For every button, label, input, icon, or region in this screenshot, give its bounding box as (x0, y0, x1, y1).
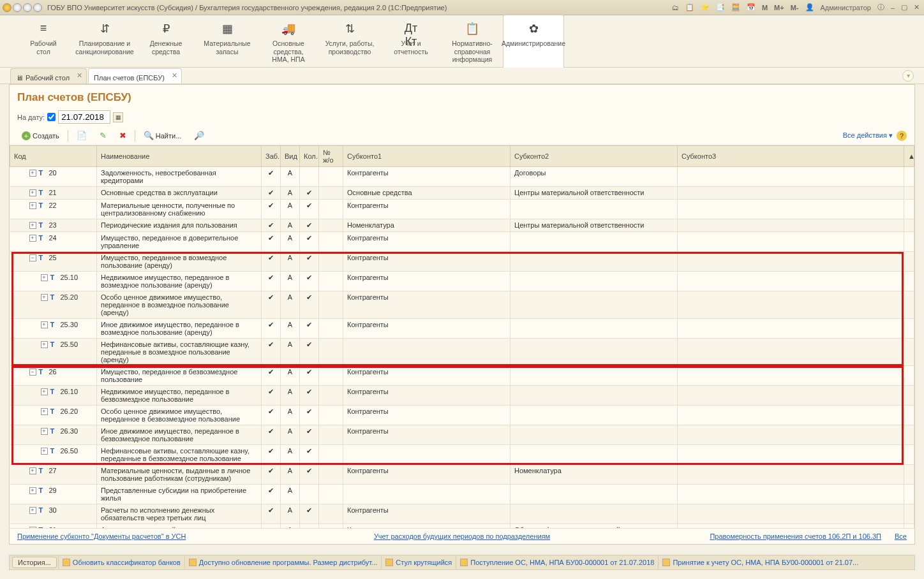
expand-icon[interactable]: + (29, 170, 36, 177)
footer-link-all[interactable]: Все (895, 532, 907, 540)
dropdown-icon[interactable]: ▾ (902, 70, 914, 82)
table-row[interactable]: + Т 25.20Особо ценное движимое имущество… (10, 291, 914, 319)
table-row[interactable]: + Т 26.20Особо ценное движимое имущество… (10, 406, 914, 425)
expand-icon[interactable]: + (41, 448, 48, 455)
section-tab[interactable]: ДтКтУчет иотчетность (380, 15, 442, 67)
col-s3[interactable]: Субконто3 (678, 146, 904, 167)
info-icon[interactable]: ⓘ (876, 3, 886, 12)
expand-icon[interactable]: + (41, 388, 48, 395)
calc-icon[interactable]: 🧮 (729, 3, 742, 11)
section-tab[interactable]: ≡Рабочийстол (13, 15, 74, 67)
statusbar-item[interactable]: Стул крутящийся (381, 556, 456, 569)
all-actions-link[interactable]: Все действия ▾ (843, 131, 893, 140)
copy-button[interactable]: 📄 (72, 129, 91, 142)
expand-icon[interactable]: − (29, 254, 36, 261)
table-row[interactable]: + Т 26.50Нефинансовые активы, составляющ… (10, 445, 914, 465)
table-row[interactable]: + Т 25.50Нефинансовые активы, составляющ… (10, 339, 914, 366)
section-tab[interactable]: ₽Денежныесредства (135, 15, 197, 67)
doc-tab[interactable]: План счетов (ЕПСБУ)✕ (88, 68, 182, 84)
table-row[interactable]: + Т 22Материальные ценности, полученные … (10, 200, 914, 219)
table-row[interactable]: + Т 27Материальные ценности, выданные в … (10, 465, 914, 485)
expand-icon[interactable]: + (29, 487, 36, 494)
favorite-icon[interactable]: ⭐ (699, 3, 712, 11)
tool-icon[interactable]: 📑 (714, 3, 727, 11)
history-button[interactable]: История... (12, 557, 57, 568)
section-tab[interactable]: ✿Администрирование (503, 14, 564, 68)
maximize-icon[interactable]: ▢ (899, 3, 909, 11)
section-label: Рабочийстол (30, 40, 56, 55)
section-tab[interactable]: 📋Нормативно-справочнаяинформация (442, 15, 503, 67)
create-button[interactable]: +Создать (17, 129, 64, 142)
table-row[interactable]: + Т 26.10Недвижимое имущество, переданно… (10, 386, 914, 406)
filter-checkbox[interactable] (47, 113, 56, 121)
col-s1[interactable]: Субконто1 (343, 146, 510, 167)
section-tab[interactable]: ▦Материальныезапасы (197, 15, 258, 67)
table-row[interactable]: − Т 25Имущество, переданное в возмездное… (10, 252, 914, 272)
expand-icon[interactable]: + (41, 321, 48, 328)
section-tab[interactable]: ⇅Услуги, работы,производство (319, 15, 380, 67)
tool-icon[interactable]: 🗂 (670, 4, 681, 11)
expand-icon[interactable]: + (29, 189, 36, 196)
col-zab[interactable]: Заб. (262, 146, 281, 167)
expand-icon[interactable]: + (29, 467, 36, 474)
table-row[interactable]: + Т 25.10Недвижимое имущество, переданно… (10, 272, 914, 291)
calendar-icon[interactable]: ▦ (113, 112, 123, 122)
footer-link-2[interactable]: Учет расходов будущих периодов по подраз… (374, 532, 550, 540)
grid[interactable]: Код Наименование Заб. Вид Кол. № ж/о Суб… (10, 145, 914, 528)
date-input[interactable] (58, 110, 110, 124)
window-btn[interactable] (33, 3, 42, 12)
expand-icon[interactable]: + (41, 408, 48, 415)
table-row[interactable]: + Т 26.30Иное движимое имущество, переда… (10, 425, 914, 445)
col-name[interactable]: Наименование (97, 146, 262, 167)
expand-icon[interactable]: + (41, 294, 48, 301)
find-button[interactable]: 🔍Найти... (139, 129, 186, 142)
footer-link-3[interactable]: Правомерность применения счетов 106.2П и… (710, 532, 881, 540)
col-kol[interactable]: Кол. (300, 146, 319, 167)
window-btn[interactable] (23, 3, 32, 12)
expand-icon[interactable]: + (29, 222, 36, 229)
delete-button[interactable]: ✖ (115, 129, 131, 142)
window-btn[interactable] (13, 3, 22, 12)
table-row[interactable]: + Т 21Основные средства в эксплуатации✔А… (10, 187, 914, 200)
expand-icon[interactable]: + (41, 341, 48, 348)
section-tab[interactable]: ⇵Планирование исанкционирование (74, 15, 135, 67)
expand-icon[interactable]: + (29, 202, 36, 209)
close-icon[interactable]: ✕ (912, 3, 921, 11)
col-code[interactable]: Код (10, 146, 97, 167)
s1-cell: Контрагенты (343, 232, 510, 252)
col-jo[interactable]: № ж/о (319, 146, 343, 167)
clear-find-button[interactable]: 🔎 (190, 129, 209, 142)
expand-icon[interactable]: + (29, 507, 36, 514)
expand-icon[interactable]: + (41, 428, 48, 435)
expand-icon[interactable]: + (41, 274, 48, 281)
help-icon[interactable]: ? (897, 131, 907, 141)
col-vid[interactable]: Вид (281, 146, 300, 167)
table-row[interactable]: − Т 26Имущество, переданное в безвозмезд… (10, 366, 914, 386)
expand-icon[interactable]: − (29, 369, 36, 376)
table-row[interactable]: + Т 29Представленные субсидии на приобре… (10, 485, 914, 504)
expand-icon[interactable]: + (29, 235, 36, 242)
memory-m[interactable]: M (760, 4, 770, 11)
statusbar-item[interactable]: Принятие к учету ОС, НМА, НПА БУ00-00000… (658, 556, 862, 569)
statusbar-item[interactable]: Обновить классификатор банков (58, 556, 184, 569)
footer-link-1[interactable]: Применение субконто "Документы расчетов"… (17, 532, 186, 540)
memory-mplus[interactable]: M+ (772, 4, 786, 11)
table-row[interactable]: + Т 25.30Иное движимое имущество, переда… (10, 319, 914, 339)
col-s2[interactable]: Субконто2 (510, 146, 678, 167)
calendar-icon[interactable]: 📅 (745, 3, 757, 11)
table-row[interactable]: + Т 30Расчеты по исполнению денежных обя… (10, 504, 914, 524)
minimize-icon[interactable]: – (889, 4, 897, 11)
statusbar-item[interactable]: Доступно обновление программы. Размер ди… (184, 556, 382, 569)
memory-mminus[interactable]: M- (789, 4, 801, 11)
tool-icon[interactable]: 📋 (683, 3, 696, 11)
doc-tab[interactable]: 🖥Рабочий стол✕ (10, 68, 87, 84)
statusbar-item[interactable]: Поступление ОС, НМА, НПА БУ00-000001 от … (456, 556, 658, 569)
close-tab-icon[interactable]: ✕ (77, 71, 82, 80)
table-row[interactable]: + Т 24Имущество, переданное в доверитель… (10, 232, 914, 252)
edit-button[interactable]: ✎ (95, 129, 111, 142)
table-row[interactable]: + Т 20Задолженность, невостребованная кр… (10, 167, 914, 187)
table-row[interactable]: + Т 23Периодические издания для пользова… (10, 219, 914, 232)
close-tab-icon[interactable]: ✕ (172, 71, 177, 80)
section-tab[interactable]: 🚚Основные средства,НМА, НПА (258, 15, 319, 67)
app-icon[interactable] (3, 3, 11, 12)
